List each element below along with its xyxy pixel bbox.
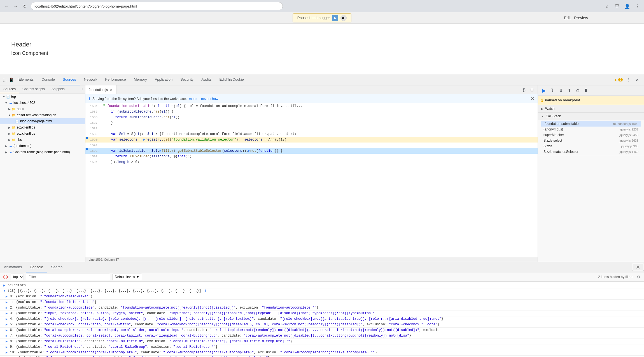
line-content-1584: "-foundation-submittable": function(el) … — [101, 103, 538, 109]
browser-window: ← → ↻ localhost:4502/editor.html/content… — [0, 0, 644, 357]
console-expand-selectors[interactable]: ▶ — [3, 283, 5, 288]
watch-header[interactable]: ▶ Watch — [538, 105, 644, 112]
devtools-device-button[interactable]: 📱 — [8, 76, 15, 83]
sources-tab[interactable]: Sources — [0, 85, 19, 93]
tree-item-apps[interactable]: ▶ 📁 apps — [0, 106, 85, 112]
step-out-button[interactable]: ⬆ — [565, 87, 573, 94]
console-expand-2[interactable]: ▶ — [6, 306, 8, 310]
devtools-more-button[interactable]: ⋮ — [625, 76, 632, 83]
status-bar: Line 1592, Column 37 — [85, 257, 538, 262]
console-expand-5[interactable]: ▶ — [6, 323, 8, 327]
console-expand-6[interactable]: ▶ — [6, 328, 8, 332]
address-bar[interactable]: localhost:4502/editor.html/content/blog/… — [31, 2, 283, 10]
menu-button[interactable]: ⋮ — [633, 2, 641, 10]
call-stack-file-2: jquery.js:2458 — [619, 133, 638, 137]
tree-item-no-domain[interactable]: ▶ ☁ (no domain) — [0, 143, 85, 149]
breakpoint-dot-1592[interactable] — [85, 148, 88, 150]
tree-label-etc-clientlibs2: etc.clientlibs — [17, 132, 35, 136]
console-expand-0[interactable]: ▶ — [6, 295, 8, 299]
code-expand-button[interactable]: ⊞ — [529, 87, 535, 93]
tree-item-localhost[interactable]: ▼ ☁ localhost:4502 — [0, 100, 85, 106]
console-expand-3[interactable]: ▶ — [6, 311, 8, 316]
tree-label-no-domain: (no domain) — [13, 144, 31, 148]
tab-audits[interactable]: Audits — [197, 74, 215, 85]
console-filter-input[interactable] — [26, 274, 110, 280]
forward-button[interactable]: → — [12, 2, 20, 10]
snippets-tab[interactable]: Snippets — [48, 85, 68, 93]
console-clear-button[interactable]: 🚫 — [2, 274, 8, 280]
call-stack-item-2[interactable]: superMatcher jquery.js:2458 — [541, 132, 641, 138]
tree-item-editor[interactable]: ▼ 📂 editor.html/content/blog/en — [0, 112, 85, 118]
console-level-filter[interactable]: Default levels ▼ — [112, 274, 142, 280]
call-stack-label: Call Stack — [546, 114, 561, 118]
step-over-button[interactable]: ⤵ — [549, 87, 556, 94]
call-stack-item-4[interactable]: Sizzle jquery.js:903 — [541, 143, 641, 149]
tree-item-libs[interactable]: ▶ 📁 libs — [0, 137, 85, 143]
console-array-value: (13) [{...}, {...}, {...}, {...}, {...},… — [8, 289, 201, 293]
console-context-select[interactable]: top — [11, 274, 24, 280]
tree-item-blog-home[interactable]: 📄 blog-home-page.html — [0, 118, 85, 124]
tab-console[interactable]: Console — [38, 74, 59, 85]
call-stack-item-0[interactable]: -foundation-submittable foundation.js:15… — [541, 121, 641, 127]
console-selectors-label: selectors — [8, 283, 26, 287]
code-tab-foundation[interactable]: foundation.js ✕ — [85, 85, 116, 94]
console-expand-8[interactable]: ▶ — [6, 339, 8, 344]
edit-button[interactable]: Edit — [564, 16, 571, 20]
tree-item-etc-clientlibs[interactable]: ▶ 📁 etc/clientlibs — [0, 124, 85, 130]
tree-item-etc-clientlibs2[interactable]: ▶ 📁 etc.clientlibs — [0, 130, 85, 137]
info-more-link[interactable]: more — [189, 97, 197, 101]
resume-button[interactable]: ▶ — [332, 15, 338, 21]
search-tab[interactable]: Search — [47, 262, 66, 272]
toolbar-right: ☆ 🛡 👤 ⋮ — [603, 2, 641, 10]
info-banner-close[interactable]: ✕ — [531, 96, 534, 101]
tab-editthiscookie[interactable]: EditThisCookie — [215, 74, 248, 85]
console-expand-array[interactable]: ▼ — [3, 289, 5, 293]
sources-more-button[interactable]: ⋮ — [79, 86, 85, 93]
tree-arrow-contentframe: ▶ — [4, 150, 8, 154]
call-stack-header[interactable]: ▼ Call Stack — [538, 113, 644, 120]
tab-memory[interactable]: Memory — [130, 74, 151, 85]
content-scripts-tab[interactable]: Content scripts — [19, 85, 48, 93]
tab-application[interactable]: Application — [151, 74, 177, 85]
bookmark-button[interactable]: ☆ — [603, 2, 611, 10]
tree-item-top[interactable]: ▼ 📄 top — [0, 94, 85, 100]
step-over-banner-button[interactable]: ⏭ — [340, 15, 347, 21]
console-expand-1[interactable]: ▶ — [6, 300, 8, 304]
pause-on-exceptions-button[interactable]: ⏸ — [582, 87, 590, 94]
profile-button[interactable]: 👤 — [623, 2, 631, 10]
code-line-1588: 1588 — [85, 126, 538, 131]
console-settings-button[interactable]: ⚙ — [636, 274, 642, 280]
call-stack-item-5[interactable]: Sizzle.matchesSelector jquery.js:1469 — [541, 149, 641, 155]
tab-performance[interactable]: Performance — [101, 74, 130, 85]
console-expand-9[interactable]: ▶ — [6, 345, 8, 349]
devtools-close-button[interactable]: ✕ — [634, 76, 641, 83]
resume-debugger-button[interactable]: ▶ — [540, 87, 548, 94]
console-expand-10[interactable]: ▶ — [6, 351, 8, 355]
tab-elements[interactable]: Elements — [15, 74, 38, 85]
tab-security[interactable]: Security — [176, 74, 197, 85]
paused-debugger-banner: Paused in debugger ▶ ⏭ — [293, 13, 351, 22]
tree-item-contentframe[interactable]: ▶ ☁ ContentFrame (blog-home-page.html) — [0, 149, 85, 155]
back-button[interactable]: ← — [3, 2, 11, 10]
tab-sources[interactable]: Sources — [59, 74, 80, 85]
deactivate-breakpoints-button[interactable]: ⊘ — [574, 87, 582, 94]
console-tab-btn[interactable]: Console — [26, 262, 47, 272]
call-stack-item-3[interactable]: Sizzle.select jquery.js:2638 — [541, 138, 641, 143]
call-stack-item-1[interactable]: (anonymous) jquery.js:2237 — [541, 127, 641, 132]
preview-button[interactable]: Preview — [574, 16, 588, 20]
console-expand-4[interactable]: ▶ — [6, 317, 8, 321]
code-format-button[interactable]: {} — [521, 87, 528, 93]
code-content: 1584 "-foundation-submittable": function… — [85, 103, 538, 257]
sources-panel: Sources Content scripts Snippets ⋮ ▼ 📄 t… — [0, 85, 85, 262]
devtools-inspect-button[interactable]: ⬚ — [1, 76, 8, 83]
animations-tab[interactable]: Animations — [0, 262, 26, 272]
step-into-button[interactable]: ⬇ — [557, 87, 565, 94]
info-never-show-link[interactable]: never show — [201, 97, 218, 101]
code-tab-close[interactable]: ✕ — [109, 88, 113, 92]
console-close-button[interactable]: ✕ — [632, 264, 644, 271]
refresh-button[interactable]: ↻ — [21, 2, 29, 10]
shield-icon[interactable]: 🛡 — [613, 2, 621, 10]
tab-network[interactable]: Network — [80, 74, 101, 85]
console-expand-7[interactable]: ▶ — [6, 334, 8, 338]
breakpoint-dot-1590[interactable] — [85, 137, 88, 139]
